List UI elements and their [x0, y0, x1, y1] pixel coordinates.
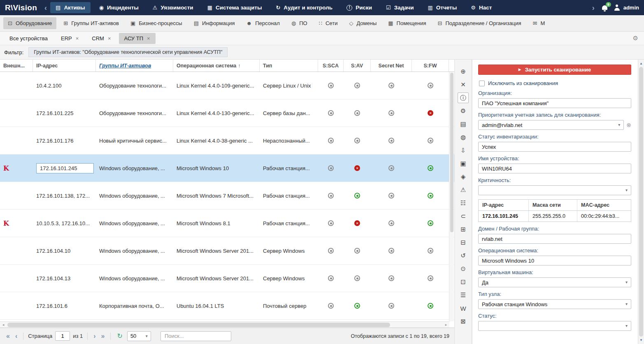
- nav-item-tasks[interactable]: ☑ Задачи: [381, 2, 419, 13]
- nav-item-reports[interactable]: ▥ Отчеты: [423, 2, 463, 13]
- chevron-down-icon[interactable]: ▾: [625, 188, 628, 192]
- scroll-down-icon[interactable]: ▼: [638, 337, 644, 343]
- column-header-os[interactable]: Операционная система↑: [173, 60, 260, 72]
- table-row[interactable]: 172.16.101.245 Windows оборудование, ...…: [0, 155, 454, 182]
- filter-chip[interactable]: Группы ИТ-активов: "Оборудование техноло…: [28, 47, 228, 57]
- column-header-it-asset-groups[interactable]: Группы ИТ-активов: [96, 60, 173, 72]
- monitor-icon[interactable]: ⊡: [458, 277, 469, 287]
- table-search-input[interactable]: [160, 331, 231, 341]
- table-row[interactable]: 172.16.101.138, 172... Windows оборудова…: [0, 182, 454, 210]
- start-scan-button[interactable]: ▶ Запустить сканирование: [478, 65, 631, 75]
- shield-icon[interactable]: ◈: [458, 171, 469, 182]
- column-header-type[interactable]: Тип: [260, 60, 318, 72]
- table-row[interactable]: 10.4.2.100 Оборудование технологи... Lin…: [0, 72, 454, 99]
- page-size-select[interactable]: 50 ▾: [127, 331, 151, 341]
- nav-more-icon[interactable]: ›: [592, 4, 595, 12]
- menu-icon[interactable]: ☰: [458, 290, 469, 300]
- nav-item-settings[interactable]: ⚙ Наст: [465, 2, 497, 13]
- virtual-machine-input[interactable]: [482, 278, 625, 287]
- scan-account-select[interactable]: ▾: [478, 120, 624, 130]
- virtual-machine-select[interactable]: ▾: [478, 277, 631, 287]
- close-tab-icon[interactable]: ×: [108, 36, 111, 41]
- inventory-status-input[interactable]: [482, 142, 628, 151]
- column-header-ip[interactable]: IP-адрес: [33, 60, 96, 72]
- chevron-down-icon[interactable]: ▾: [618, 123, 620, 127]
- device-tab-crm[interactable]: CRM ×: [86, 33, 116, 44]
- copy-icon[interactable]: ⊞: [458, 224, 469, 235]
- tab-organization[interactable]: ⊟ Подразделение / Организация: [433, 17, 526, 29]
- next-page-button[interactable]: ›: [92, 333, 97, 339]
- close-tab-icon[interactable]: ×: [76, 36, 79, 41]
- info-icon[interactable]: ⓘ: [458, 92, 469, 103]
- node-type-input[interactable]: [482, 300, 625, 309]
- tab-personnel[interactable]: ☻ Персонал: [242, 17, 284, 29]
- device-tab-asutp[interactable]: АСУ ТП ×: [119, 33, 156, 44]
- status-input[interactable]: [482, 321, 625, 330]
- first-page-button[interactable]: «: [5, 333, 11, 339]
- page-number-input[interactable]: [55, 331, 70, 341]
- refresh-icon[interactable]: ↻: [117, 333, 122, 339]
- zoom-icon[interactable]: ⊕: [458, 66, 469, 77]
- attachment-icon[interactable]: ⊂: [458, 211, 469, 222]
- nav-item-risks[interactable]: ! Риски: [341, 2, 377, 13]
- nav-collapse-icon[interactable]: ‹: [44, 4, 47, 12]
- node-type-select[interactable]: ▾: [478, 299, 631, 309]
- device-tab-erp[interactable]: ERP ×: [56, 33, 84, 44]
- nav-item-assets[interactable]: ▤ Активы: [50, 2, 91, 13]
- tab-it-asset-groups[interactable]: ⊞ Группы ИТ-активов: [59, 17, 123, 29]
- column-header-external[interactable]: Внешн...: [0, 60, 33, 72]
- organization-input[interactable]: [482, 99, 628, 108]
- column-header-s-sca[interactable]: S:SCA: [318, 60, 344, 72]
- table-vertical-scrollbar[interactable]: [449, 72, 454, 321]
- horizontal-scroll-thumb[interactable]: [7, 323, 390, 327]
- details-view-icon[interactable]: ▤: [458, 119, 469, 129]
- tab-rooms[interactable]: ▦ Помещения: [384, 17, 430, 29]
- nav-item-incidents[interactable]: ◉ Инциденты: [94, 2, 144, 13]
- chevron-down-icon[interactable]: ▾: [625, 324, 628, 328]
- prev-page-button[interactable]: ‹: [14, 333, 19, 339]
- export-icon[interactable]: ⊠: [458, 316, 469, 327]
- table-row[interactable]: 10.10.5.3, 172.16.10... Windows оборудов…: [0, 210, 454, 237]
- table-row[interactable]: 172.16.101.225 Оборудование технологи...…: [0, 99, 454, 127]
- last-page-button[interactable]: »: [100, 333, 106, 339]
- panel-scrollbar[interactable]: ▲ ▼: [638, 60, 644, 344]
- inventory-list-icon[interactable]: ☷: [458, 198, 469, 208]
- criticality-input[interactable]: [482, 186, 625, 195]
- chevron-down-icon[interactable]: ▾: [625, 280, 628, 284]
- criticality-select[interactable]: ▾: [478, 185, 631, 195]
- tab-more[interactable]: ✉ М: [528, 17, 549, 29]
- table-row[interactable]: 172.16.101.176 Новый критичный сервис...…: [0, 127, 454, 155]
- nav-item-audit[interactable]: ↻ Аудит и контроль: [270, 2, 338, 13]
- word-export-icon[interactable]: W: [458, 303, 469, 314]
- table-scroll-thumb[interactable]: [450, 73, 453, 232]
- device-name-input[interactable]: [482, 164, 628, 173]
- device-tab-all[interactable]: Все устройства ×: [4, 33, 53, 44]
- warning-icon[interactable]: ⚠: [458, 185, 469, 195]
- passport-icon[interactable]: ▣: [458, 158, 469, 169]
- table-row[interactable]: 172.16.101.6 Корпоративная почта, О... U…: [0, 292, 454, 320]
- tab-software[interactable]: ◍ ПО: [287, 17, 312, 29]
- horizontal-scrollbar[interactable]: ◂ ▸: [0, 321, 449, 328]
- column-header-s-av[interactable]: S:AV: [344, 60, 371, 72]
- clipboard-icon[interactable]: ⊟: [458, 237, 469, 248]
- domain-input[interactable]: [482, 234, 628, 243]
- status-select[interactable]: ▾: [478, 321, 631, 331]
- column-header-s-fw[interactable]: S:FW: [412, 60, 449, 72]
- tab-equipment[interactable]: ⊡ Оборудование: [3, 17, 56, 29]
- scroll-left-icon[interactable]: ◂: [0, 322, 7, 328]
- notifications-button[interactable]: 9: [602, 5, 607, 10]
- scroll-up-icon[interactable]: ▲: [638, 60, 644, 67]
- table-row[interactable]: 172.16.104.13 Windows оборудование, ... …: [0, 265, 454, 292]
- tab-information[interactable]: ▤ Информация: [189, 17, 239, 29]
- close-icon[interactable]: ✕: [458, 79, 469, 90]
- tab-business-processes[interactable]: ▣ Бизнес-процессы: [126, 17, 187, 29]
- scan-account-input[interactable]: [482, 120, 618, 129]
- os-input[interactable]: [482, 256, 628, 265]
- close-tab-icon[interactable]: ×: [147, 36, 150, 41]
- download-icon[interactable]: ⇩: [458, 145, 469, 156]
- tab-networks[interactable]: ∷ Сети: [314, 17, 342, 29]
- tabs-settings-gear-icon[interactable]: ⚙: [633, 35, 638, 42]
- history-icon[interactable]: ↺: [458, 250, 469, 261]
- chevron-down-icon[interactable]: ▾: [625, 302, 628, 306]
- nav-item-protection-system[interactable]: ▦ Система защиты: [202, 2, 267, 13]
